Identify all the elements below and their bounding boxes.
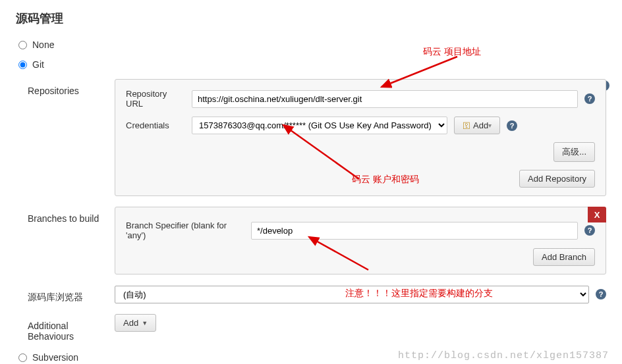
repo-url-input[interactable] [192,90,578,108]
repositories-section-label: Repositories [16,79,115,196]
credentials-select[interactable]: 1573876303@qq.com/****** (Git OS Use Key… [192,117,447,134]
help-icon[interactable]: ? [596,289,606,299]
scm-subversion-label: Subversion [32,352,78,363]
chevron-down-icon: ▾ [488,122,492,129]
delete-branch-button[interactable]: X [588,207,606,222]
page-title: 源码管理 [16,11,606,26]
repo-browser-select[interactable]: (自动) [115,286,589,303]
key-icon: ⚿ [463,121,470,130]
help-icon[interactable]: ? [584,93,595,104]
branches-panel: X Branch Specifier (blank for 'any') ? A… [115,207,606,274]
credentials-label: Credentials [126,120,192,130]
branch-specifier-input[interactable] [251,222,578,240]
additional-behaviours-add-button[interactable]: Add ▼ [115,314,156,332]
repo-browser-label: 源码库浏览器 [16,285,115,303]
advanced-button[interactable]: 高级... [553,142,595,162]
help-icon[interactable]: ? [584,225,595,236]
scm-none-label: None [32,39,54,50]
repo-url-label: Repository URL [126,89,192,109]
add-branch-button[interactable]: Add Branch [533,248,595,266]
add-button-label: Add [473,120,488,130]
branch-specifier-label: Branch Specifier (blank for 'any') [126,221,251,240]
help-icon[interactable]: ? [507,120,517,131]
scm-subversion-radio[interactable] [18,353,27,362]
chevron-down-icon: ▼ [142,320,148,326]
credentials-add-button[interactable]: ⚿ Add ▾ [454,117,500,134]
additional-behaviours-label: Additional Behaviours [16,314,115,342]
scm-git-label: Git [32,59,44,70]
branches-section-label: Branches to build [16,207,115,274]
scm-git-radio[interactable] [18,61,27,69]
scm-none-radio[interactable] [18,41,27,49]
add-repository-button[interactable]: Add Repository [519,170,595,188]
add-label: Add [123,318,138,328]
repositories-panel: Repository URL ? Credentials 1573876303@… [115,79,606,196]
